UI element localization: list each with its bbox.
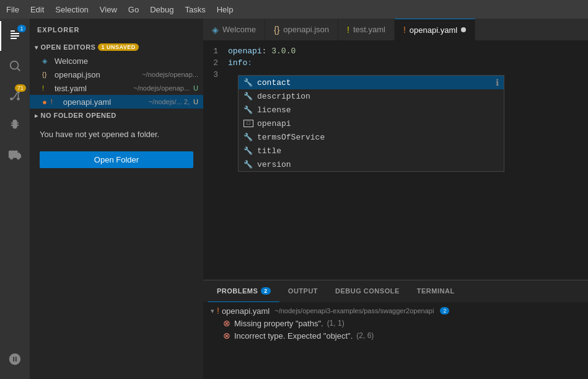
line-content-2: info: <box>228 58 252 68</box>
menu-debug[interactable]: Debug <box>150 5 173 14</box>
activity-search[interactable] <box>0 51 30 81</box>
unsaved-badge: 1 UNSAVED <box>98 43 138 51</box>
autocomplete-label-6: version <box>257 160 291 169</box>
open-editors-label: Open Editors <box>41 43 96 51</box>
autocomplete-label-0: contact <box>257 78 291 87</box>
panel-tab-problems[interactable]: Problems 2 <box>208 280 279 302</box>
bottom-panel: Problems 2 Output Debug Console Terminal… <box>203 280 588 379</box>
editor-content[interactable]: 1 openapi: 3.0.0 2 info: 3 🔧 contact ℹ 🔧 <box>203 40 588 280</box>
menu-edit[interactable]: Edit <box>30 5 44 14</box>
tab-openapi-yaml-icon: ! <box>403 25 406 35</box>
open-editors-header[interactable]: ▾ Open Editors 1 UNSAVED <box>30 40 203 54</box>
activity-bar: 1 71 <box>0 19 30 379</box>
problem-file-path: ~/nodejs/openapi3-examples/pass/swagger2… <box>274 307 434 314</box>
test-yaml-label: test.yaml <box>55 84 131 93</box>
editor-item-openapi-yaml[interactable]: ● ! openapi.yaml ~/nodejs/... 2, U <box>30 95 203 109</box>
menu-view[interactable]: View <box>100 5 117 14</box>
autocomplete-item-openapi[interactable]: □ openapi <box>239 117 504 130</box>
tab-welcome-label: Welcome <box>222 25 256 34</box>
editor-area: ◈ Welcome {} openapi.json ! test.yaml ! … <box>203 19 588 379</box>
problems-label: Problems <box>217 287 258 295</box>
line-content-1: openapi: 3.0.0 <box>228 47 296 56</box>
open-folder-button[interactable]: Open Folder <box>40 151 193 168</box>
test-yaml-icon: ! <box>42 84 52 92</box>
terminal-label: Terminal <box>417 287 455 295</box>
autocomplete-item-description[interactable]: 🔧 description <box>239 89 504 103</box>
problem-text-0: Missing property "paths". <box>234 319 323 328</box>
svg-line-5 <box>17 68 20 71</box>
problem-file-icon: ! <box>217 306 219 316</box>
autocomplete-item-title[interactable]: 🔧 title <box>239 144 504 158</box>
autocomplete-wrench-icon-2: 🔧 <box>244 105 253 115</box>
activity-debug[interactable] <box>0 110 30 140</box>
activity-source-control[interactable]: 71 <box>0 81 30 110</box>
tab-openapi-json[interactable]: {} openapi.json <box>265 19 338 40</box>
panel-tab-output[interactable]: Output <box>279 280 327 302</box>
menu-help[interactable]: Help <box>217 5 234 14</box>
problem-item-0[interactable]: ⊗ Missing property "paths". (1, 1) <box>208 317 583 329</box>
activity-remote[interactable] <box>0 344 30 374</box>
autocomplete-label-4: termsOfService <box>257 133 325 142</box>
problem-text-1: Incorrect type. Expected "object". <box>234 331 353 341</box>
autocomplete-wrench-icon-4: 🔧 <box>244 133 253 142</box>
output-label: Output <box>288 287 318 295</box>
autocomplete-label-2: license <box>257 105 291 115</box>
no-folder-arrow: ▸ <box>35 112 38 119</box>
autocomplete-wrench-icon-0: 🔧 <box>244 78 253 87</box>
menu-go[interactable]: Go <box>128 5 139 14</box>
panel-content: ▾ ! openapi.yaml ~/nodejs/openapi3-examp… <box>203 302 588 379</box>
tab-openapi-yaml-dirty <box>461 27 466 32</box>
no-folder-header[interactable]: ▸ No Folder Opened <box>30 109 203 122</box>
tab-test-yaml-label: test.yaml <box>353 25 385 34</box>
tab-welcome[interactable]: ◈ Welcome <box>203 19 265 40</box>
problem-group-openapi-yaml[interactable]: ▾ ! openapi.yaml ~/nodejs/openapi3-examp… <box>208 305 583 317</box>
activity-explorer[interactable]: 1 <box>0 21 30 51</box>
autocomplete-wrench-icon-1: 🔧 <box>244 92 253 101</box>
autocomplete-square-icon-3: □ <box>244 120 253 127</box>
autocomplete-item-termsofservice[interactable]: 🔧 termsOfService <box>239 130 504 144</box>
tab-openapi-yaml-label: openapi.yaml <box>410 25 457 35</box>
autocomplete-item-license[interactable]: 🔧 license <box>239 103 504 117</box>
line-1: 1 openapi: 3.0.0 <box>203 45 588 57</box>
menu-bar: File Edit Selection View Go Debug Tasks … <box>6 5 233 14</box>
svg-rect-2 <box>11 35 19 37</box>
tab-openapi-yaml[interactable]: ! openapi.yaml <box>395 19 475 40</box>
menu-selection[interactable]: Selection <box>55 5 88 14</box>
editor-item-openapi-json[interactable]: {} openapi.json ~/nodejs/openap... <box>30 68 203 81</box>
autocomplete-item-contact[interactable]: 🔧 contact ℹ <box>239 76 504 89</box>
openapi-json-path: ~/nodejs/openap... <box>142 71 198 78</box>
panel-tab-debug-console[interactable]: Debug Console <box>327 280 408 302</box>
problem-item-1[interactable]: ⊗ Incorrect type. Expected "object". (2,… <box>208 329 583 342</box>
sidebar: Explorer ▾ Open Editors 1 UNSAVED ◈ Welc… <box>30 19 203 379</box>
svg-rect-0 <box>11 30 15 32</box>
line-number-2: 2 <box>203 58 228 68</box>
debug-console-label: Debug Console <box>335 287 400 295</box>
editor-item-test-yaml[interactable]: ! test.yaml ~/nodejs/openap... U <box>30 81 203 95</box>
autocomplete-item-version[interactable]: 🔧 version <box>239 158 504 171</box>
svg-point-8 <box>17 97 20 100</box>
menu-file[interactable]: File <box>6 5 19 14</box>
autocomplete-info-icon[interactable]: ℹ <box>496 78 499 88</box>
problem-file-name: openapi.yaml <box>222 306 270 316</box>
activity-extensions[interactable] <box>0 140 30 170</box>
line-2: 2 info: <box>203 57 588 69</box>
autocomplete-dropdown: 🔧 contact ℹ 🔧 description 🔧 license □ op… <box>238 75 504 172</box>
error-icon-0: ⊗ <box>223 318 230 328</box>
autocomplete-wrench-icon-5: 🔧 <box>244 146 253 156</box>
editor-item-welcome[interactable]: ◈ Welcome <box>30 54 203 68</box>
autocomplete-label-3: openapi <box>257 119 291 128</box>
svg-point-4 <box>11 61 19 69</box>
tab-openapi-json-label: openapi.json <box>283 25 329 34</box>
openapi-json-icon: {} <box>42 71 52 78</box>
tab-test-yaml[interactable]: ! test.yaml <box>338 19 395 40</box>
openapi-json-label: openapi.json <box>55 70 139 79</box>
panel-tab-terminal[interactable]: Terminal <box>408 280 463 302</box>
autocomplete-label-1: description <box>257 92 310 101</box>
error-icon-1: ⊗ <box>223 331 230 341</box>
svg-point-6 <box>10 97 13 100</box>
menu-tasks[interactable]: Tasks <box>185 5 205 14</box>
problem-pos-0: (1, 1) <box>327 319 344 328</box>
openapi-yaml-path: ~/nodejs/... 2, <box>149 98 190 105</box>
explorer-badge: 1 <box>17 25 26 32</box>
main-layout: 1 71 <box>0 19 588 379</box>
